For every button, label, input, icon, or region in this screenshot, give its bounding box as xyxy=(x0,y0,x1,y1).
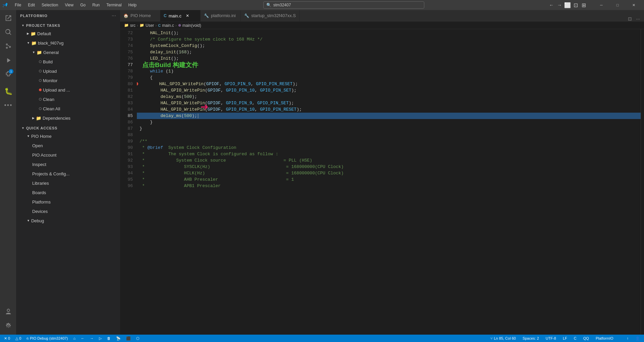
status-trash[interactable]: 🗑 xyxy=(106,335,112,342)
menu-run[interactable]: Run xyxy=(90,2,102,8)
split-editor-button[interactable]: ⊡ xyxy=(627,16,633,21)
sidebar-item-black-f407vg[interactable]: ▼ 📁 black_f407vg xyxy=(16,38,120,48)
status-home[interactable]: ⌂ xyxy=(72,335,77,342)
menu-terminal[interactable]: Terminal xyxy=(104,2,124,8)
status-terminal[interactable]: ⬛ xyxy=(125,335,132,342)
code-line-80: HAL_GPIO_WritePin(GPIOF, GPIO_PIN_9, GPI… xyxy=(137,81,641,87)
menu-view[interactable]: View xyxy=(62,2,76,8)
general-arrow: ▼ xyxy=(32,51,35,54)
status-run[interactable]: ▷ xyxy=(98,335,103,342)
status-account-icon[interactable]: 👤 xyxy=(634,335,641,342)
sidebar-item-pio-home[interactable]: ▼ PIO Home xyxy=(16,131,120,141)
layout-button-3[interactable]: ⊞ xyxy=(580,2,587,8)
sidebar-item-pio-account[interactable]: PIO Account xyxy=(16,150,120,160)
status-warnings[interactable]: △ 0 xyxy=(14,335,22,342)
status-broadcast[interactable]: 📡 xyxy=(115,335,122,342)
status-branch[interactable]: ⑂ Ln 85, Col 60 xyxy=(489,335,517,342)
layout-button-2[interactable]: ⊡ xyxy=(572,2,579,8)
editor-region: ➔ 72 73 74 75 76 77 78 79 80 81 82 83 84… xyxy=(120,29,644,335)
sidebar-item-boards[interactable]: Boards xyxy=(16,188,120,197)
run-icon: ▷ xyxy=(99,336,102,341)
status-language[interactable]: QQ xyxy=(582,335,590,342)
status-qq[interactable]: PlatformIO xyxy=(594,335,615,342)
sidebar-item-clean-all[interactable]: Clean All xyxy=(16,104,120,113)
sidebar-item-default[interactable]: ▶ 📁 Default xyxy=(16,29,120,38)
tab-main-c[interactable]: C main.c ✕ xyxy=(160,10,201,21)
quick-access-section[interactable]: ▼ QUICK ACCESS xyxy=(16,124,120,131)
menu-file[interactable]: File xyxy=(12,2,24,8)
status-encoding[interactable]: LF xyxy=(561,335,569,342)
line-num-73: 73 xyxy=(120,36,133,43)
activity-account[interactable] xyxy=(1,305,15,319)
sidebar-more-button[interactable]: ··· xyxy=(112,13,116,19)
close-button[interactable]: ✕ xyxy=(626,0,641,10)
platformio-ini-tab-label: platformio.ini xyxy=(211,13,236,18)
minimize-button[interactable]: ─ xyxy=(594,0,609,10)
account-status-icon: 👤 xyxy=(635,336,640,341)
sidebar-item-build[interactable]: Build xyxy=(16,57,120,66)
debug-label: Debug xyxy=(31,218,44,223)
menu-edit[interactable]: Edit xyxy=(25,2,38,8)
sidebar-item-devices[interactable]: Devices xyxy=(16,207,120,216)
activity-extensions[interactable]: 1 xyxy=(1,68,15,81)
activity-more[interactable]: ••• xyxy=(1,99,15,112)
breadcrumb-func[interactable]: main(void) xyxy=(182,23,201,28)
sidebar-item-clean[interactable]: Clean xyxy=(16,95,120,104)
activity-source-control[interactable] xyxy=(1,40,15,53)
menu-selection[interactable]: Selection xyxy=(39,2,61,8)
menu-help[interactable]: Help xyxy=(126,2,140,8)
breadcrumb-src[interactable]: src xyxy=(130,23,136,28)
tab-pio-home[interactable]: 🏠 PIO Home xyxy=(120,10,160,21)
activity-run-debug[interactable] xyxy=(1,54,15,67)
nav-forward-button[interactable]: → xyxy=(556,2,563,8)
search-icon: 🔍 xyxy=(266,3,271,7)
sidebar-item-open[interactable]: Open xyxy=(16,141,120,150)
status-plugin[interactable]: ⬡ xyxy=(135,335,141,342)
code-line-87: } xyxy=(137,125,641,132)
sidebar-item-monitor[interactable]: Monitor xyxy=(16,76,120,85)
breadcrumb-file[interactable]: main.c xyxy=(162,23,174,28)
search-box[interactable]: 🔍 xyxy=(263,1,424,9)
sidebar-item-general[interactable]: ▼ 📁 General xyxy=(16,48,120,57)
project-tasks-section[interactable]: ▼ PROJECT TASKS xyxy=(16,21,120,29)
sidebar-item-platforms[interactable]: Platforms xyxy=(16,197,120,207)
debug-label: PIO Debug (stm32407) xyxy=(30,336,68,340)
code-line-79: { xyxy=(137,74,641,81)
tab-startup[interactable]: 🔧 startup_stm32f407xx.S xyxy=(241,10,300,21)
status-debug[interactable]: ⎋ PIO Debug (stm32407) xyxy=(25,335,69,342)
breadcrumb-user[interactable]: User xyxy=(146,23,154,28)
status-upload-icon[interactable]: ↑ xyxy=(626,335,630,342)
status-errors[interactable]: ✕ 0 xyxy=(3,335,11,342)
sidebar-item-dependencies[interactable]: ▶ 📁 Dependencies xyxy=(16,113,120,123)
code-line-81: HAL_GPIO_WritePin(GPIOF, GPIO_PIN_10, GP… xyxy=(137,87,641,94)
status-nav-next[interactable]: → xyxy=(89,335,95,342)
more-tabs-button[interactable]: ··· xyxy=(635,16,641,21)
activity-search[interactable] xyxy=(1,25,15,39)
sidebar-item-upload[interactable]: Upload xyxy=(16,66,120,76)
sidebar-item-libraries[interactable]: Libraries xyxy=(16,178,120,188)
editor-scrollbar[interactable] xyxy=(641,29,644,335)
menu-go[interactable]: Go xyxy=(77,2,88,8)
tab-platformio-ini[interactable]: 🔧 platformio.ini xyxy=(201,10,241,21)
main-c-tab-close[interactable]: ✕ xyxy=(185,13,190,18)
status-spaces[interactable]: UTF-8 xyxy=(544,335,557,342)
activity-platformio[interactable]: 🐛 xyxy=(1,84,15,98)
layout-button-1[interactable]: ⬜ xyxy=(564,2,571,8)
status-position[interactable]: Spaces: 2 xyxy=(521,335,540,342)
status-platformio[interactable] xyxy=(619,335,622,342)
sidebar-item-projects[interactable]: Projects & Config... xyxy=(16,169,120,178)
upload-label: Upload xyxy=(43,69,57,74)
nav-back-button[interactable]: ← xyxy=(548,2,555,8)
status-nav-prev[interactable]: ← xyxy=(79,335,86,342)
menu-bar: File Edit Selection View Go Run Terminal… xyxy=(12,2,139,8)
activity-settings[interactable] xyxy=(1,319,15,333)
activity-explorer[interactable] xyxy=(1,11,15,25)
breadcrumb: 📁 src › 📁 User › C main.c › ⊕ main(void) xyxy=(120,22,644,29)
sidebar-item-upload-and[interactable]: Upload and ... xyxy=(16,85,120,95)
status-line-ending[interactable]: C xyxy=(573,335,578,342)
search-input[interactable] xyxy=(273,3,421,7)
maximize-button[interactable]: □ xyxy=(610,0,625,10)
sidebar-item-debug[interactable]: ▼ Debug xyxy=(16,216,120,225)
editor-content[interactable]: HAL_Init(); /* Configure the system cloc… xyxy=(137,29,641,335)
sidebar-item-inspect[interactable]: Inspect xyxy=(16,160,120,169)
